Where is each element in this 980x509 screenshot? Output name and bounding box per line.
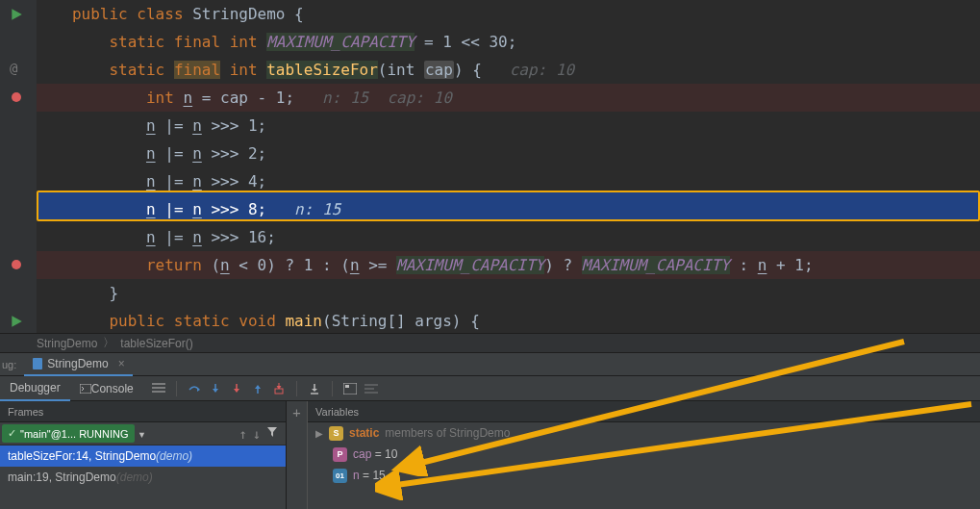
code-line[interactable]: static final int MAXIMUM_CAPACITY = 1 <<…: [37, 28, 980, 56]
add-watch-icon[interactable]: +: [292, 405, 300, 420]
int-badge-icon: 01: [333, 469, 347, 483]
step-out-icon[interactable]: [250, 381, 265, 396]
code-line[interactable]: n |= n >>> 1;: [37, 112, 980, 140]
breadcrumb[interactable]: StringDemo 〉 tableSizeFor(): [0, 333, 980, 352]
force-step-into-icon[interactable]: [229, 381, 244, 396]
var-cap[interactable]: P cap = 10: [308, 444, 980, 465]
prev-frame-icon[interactable]: ↑: [239, 426, 246, 442]
code-line[interactable]: n |= n >>> 2;: [37, 140, 980, 167]
code-line[interactable]: int n = cap - 1; n: 15 cap: 10: [37, 84, 980, 112]
var-n[interactable]: 01 n = 15: [308, 465, 980, 486]
code-line[interactable]: n |= n >>> 8; n: 15: [37, 195, 980, 223]
breakpoint-icon[interactable]: [12, 260, 21, 269]
list-icon[interactable]: [151, 381, 166, 396]
code-line[interactable]: return (n < 0) ? 1 : (n >= MAXIMUM_CAPAC…: [37, 251, 980, 279]
code-line[interactable]: }: [37, 279, 980, 307]
code-line[interactable]: static final int tableSizeFor(int cap) {…: [37, 56, 980, 84]
file-icon: [32, 358, 43, 369]
tab-debugger[interactable]: Debugger: [0, 376, 70, 401]
breakpoint-icon[interactable]: [12, 92, 21, 102]
console-icon: [80, 384, 91, 394]
code-line[interactable]: public static void main(String[] args) {: [37, 307, 980, 335]
tab-console[interactable]: Console: [70, 376, 143, 401]
chevron-down-icon[interactable]: ▾: [136, 426, 149, 442]
step-over-icon[interactable]: [187, 381, 202, 396]
breadcrumb-class[interactable]: StringDemo: [37, 337, 97, 350]
code-editor[interactable]: public class StringDemo { static final i…: [37, 0, 980, 333]
thread-selector[interactable]: ✓ "main"@1... RUNNING: [2, 424, 135, 443]
static-badge-icon: S: [329, 426, 343, 441]
close-icon[interactable]: ×: [118, 357, 125, 370]
run-icon[interactable]: [10, 315, 23, 328]
side-label: ug:: [2, 359, 16, 370]
stack-frame[interactable]: main:19, StringDemo (demo): [0, 467, 286, 488]
run-icon[interactable]: [10, 8, 23, 21]
code-line[interactable]: public class StringDemo {: [37, 0, 980, 28]
code-line[interactable]: n |= n >>> 16;: [37, 223, 980, 251]
svg-rect-0: [33, 358, 42, 369]
svg-rect-4: [345, 385, 349, 388]
svg-rect-1: [80, 384, 91, 394]
svg-rect-3: [343, 383, 357, 394]
breadcrumb-method[interactable]: tableSizeFor(): [120, 337, 192, 350]
next-frame-icon[interactable]: ↓: [253, 426, 261, 442]
code-line[interactable]: n |= n >>> 4;: [37, 167, 980, 195]
editor-gutter: @: [0, 0, 37, 333]
drop-frame-icon[interactable]: [271, 381, 287, 396]
at-gutter-icon: @: [10, 61, 17, 76]
stack-frame[interactable]: tableSizeFor:14, StringDemo (demo): [0, 445, 286, 467]
step-into-icon[interactable]: [208, 381, 223, 396]
filter-icon[interactable]: [266, 426, 278, 438]
var-static[interactable]: ▶ S static members of StringDemo: [308, 422, 980, 444]
variables-header: Variables: [308, 401, 980, 422]
expand-icon[interactable]: ▶: [315, 428, 323, 439]
frames-header: Frames: [0, 401, 286, 422]
trace-icon[interactable]: [364, 381, 379, 396]
param-badge-icon: P: [333, 447, 347, 462]
debug-tab-stringdemo[interactable]: StringDemo ×: [24, 353, 132, 376]
run-to-cursor-icon[interactable]: [307, 381, 322, 396]
evaluate-icon[interactable]: [342, 381, 358, 396]
